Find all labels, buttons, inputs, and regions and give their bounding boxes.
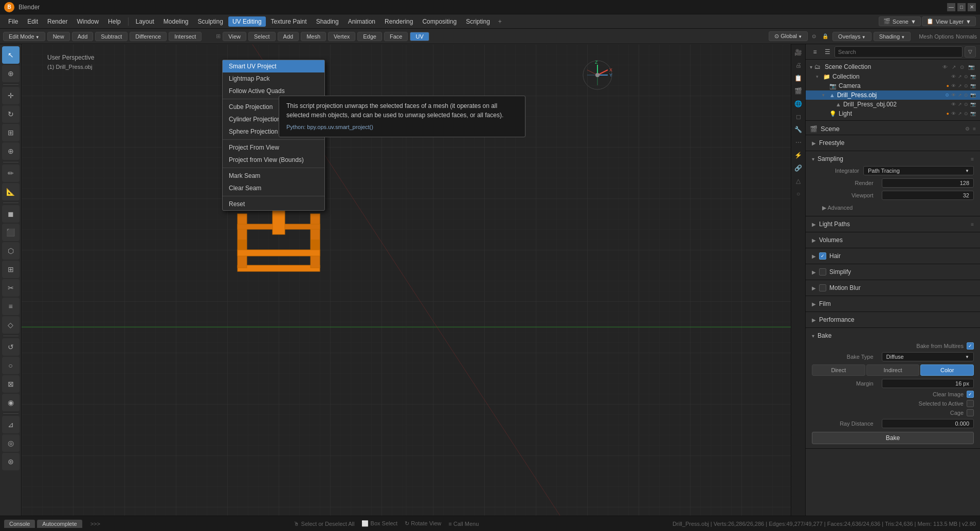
overlays-dropdown[interactable]: Overlays: [832, 32, 872, 41]
edit-mode-dropdown[interactable]: Edit Mode: [3, 32, 45, 41]
sampling-menu-btn[interactable]: ≡: [971, 156, 974, 162]
poly-build-tool[interactable]: ◇: [2, 316, 20, 334]
console-tab[interactable]: Console: [4, 520, 35, 528]
outliner-filter[interactable]: ▽: [965, 46, 976, 58]
data-props-icon[interactable]: △: [792, 175, 805, 187]
close-button[interactable]: ✕: [968, 3, 976, 11]
spin-tool[interactable]: ↺: [2, 338, 20, 356]
bisect-tool[interactable]: ≡: [2, 298, 20, 315]
mark-seam-item[interactable]: Mark Seam: [223, 170, 324, 182]
drill-press-item[interactable]: ▾ ▲ Drill_Press.obj ⚙ 👁 ↗ ⊙ 📷: [806, 90, 980, 100]
shrink-tool[interactable]: ◉: [2, 394, 20, 411]
measure-tool[interactable]: 📐: [2, 183, 20, 200]
hide-btn[interactable]: ⊙: [958, 64, 966, 70]
transform-tool[interactable]: ⊕: [2, 142, 20, 160]
edge-menu-btn[interactable]: Edge: [357, 32, 382, 41]
cursor-tool[interactable]: ⊕: [2, 65, 20, 82]
new-button[interactable]: New: [47, 32, 70, 41]
constraints-props-icon[interactable]: 🔗: [792, 162, 805, 174]
menu-edit[interactable]: Edit: [23, 16, 42, 27]
motion-blur-checkbox[interactable]: [819, 284, 826, 291]
shear-tool[interactable]: ⊿: [2, 416, 20, 433]
outliner-display-mode[interactable]: ☰: [822, 47, 832, 57]
uv-menu-btn[interactable]: UV: [410, 32, 429, 41]
intersect-button[interactable]: Intersect: [169, 32, 202, 41]
direct-mode-btn[interactable]: Direct: [812, 364, 865, 376]
subtract-button[interactable]: Subtract: [95, 32, 128, 41]
menu-file[interactable]: File: [4, 16, 22, 27]
advanced-toggle[interactable]: ▶ Advanced: [818, 205, 852, 211]
integrator-dropdown[interactable]: Path Tracing: [863, 166, 974, 175]
viewport-3d[interactable]: User Perspective (1) Drill_Press.obj X Y…: [22, 44, 791, 516]
light-paths-header[interactable]: ▶ Light Paths ≡: [806, 218, 980, 230]
scene-props-icon[interactable]: 🎬: [792, 85, 805, 97]
smart-uv-project-item[interactable]: Smart UV Project: [223, 60, 324, 72]
color-mode-btn[interactable]: Color: [920, 364, 974, 376]
output-props-icon[interactable]: 🖨: [792, 59, 805, 71]
tab-scripting[interactable]: Scripting: [462, 16, 494, 27]
render-props-icon[interactable]: 🎥: [792, 46, 805, 59]
camera-item[interactable]: 📷 Camera ● 👁 ↗ ⊙ 📷: [806, 81, 980, 90]
scene-settings-btn[interactable]: ⚙: [965, 126, 970, 132]
minimize-button[interactable]: —: [947, 3, 955, 11]
material-props-icon[interactable]: ○: [792, 188, 805, 200]
edge-slide-tool[interactable]: ⊠: [2, 375, 20, 393]
vertex-menu-btn[interactable]: Vertex: [328, 32, 355, 41]
ray-distance-value[interactable]: 0.000: [882, 419, 974, 428]
lightmap-pack-item[interactable]: Lightmap Pack: [223, 72, 324, 85]
disable-render-btn[interactable]: 📷: [967, 64, 976, 70]
shading-dropdown[interactable]: Shading: [874, 32, 911, 41]
freestyle-header[interactable]: ▶ Freestyle: [806, 137, 980, 149]
scene-list-btn[interactable]: ≡: [973, 126, 976, 132]
knife-tool[interactable]: ✂: [2, 279, 20, 297]
view-layer-selector[interactable]: 📋View Layer▼: [922, 16, 976, 26]
indirect-mode-btn[interactable]: Indirect: [866, 364, 920, 376]
extrude-tool[interactable]: ◼: [2, 205, 20, 223]
outliner-toggle[interactable]: ≡: [810, 47, 820, 57]
toggle-n-panel[interactable]: ⊞: [216, 33, 221, 40]
scale-tool[interactable]: ⊞: [2, 124, 20, 141]
hair-checkbox[interactable]: ✓: [819, 252, 826, 260]
object-props-icon[interactable]: ◻: [792, 111, 805, 123]
mesh-menu-btn[interactable]: Mesh: [301, 32, 326, 41]
add-workspace-button[interactable]: +: [495, 16, 505, 27]
selected-to-active-checkbox[interactable]: [967, 400, 974, 407]
light-item[interactable]: 💡 Light ● 👁 ↗ ⊙ 📷: [806, 109, 980, 118]
add-menu-btn[interactable]: Add: [278, 32, 299, 41]
film-header[interactable]: ▶ Film: [806, 298, 980, 309]
hair-header[interactable]: ▶ ✓ Hair: [806, 250, 980, 262]
cage-checkbox[interactable]: [967, 409, 974, 416]
menu-window[interactable]: Window: [72, 16, 103, 27]
simplify-header[interactable]: ▶ Simplify: [806, 266, 980, 278]
bake-from-multires-checkbox[interactable]: ✓: [967, 342, 974, 350]
add-button[interactable]: Add: [72, 32, 94, 41]
light-paths-menu-btn[interactable]: ≡: [971, 222, 974, 227]
tab-compositing[interactable]: Compositing: [418, 16, 461, 27]
project-from-view-item[interactable]: Project From View: [223, 141, 324, 154]
physics-props-icon[interactable]: ⚡: [792, 149, 805, 161]
maximize-button[interactable]: □: [957, 3, 966, 11]
clear-image-checkbox[interactable]: ✓: [967, 391, 974, 398]
proportional-editing-btn[interactable]: ⊙: [810, 32, 818, 40]
view-layer-props-icon[interactable]: 📋: [792, 72, 805, 84]
view-menu-btn[interactable]: View: [223, 32, 246, 41]
tab-layout[interactable]: Layout: [132, 16, 158, 27]
project-from-view-bounds-item[interactable]: Project from View (Bounds): [223, 154, 324, 166]
exclude-btn[interactable]: 👁: [941, 64, 949, 70]
annotate-tool[interactable]: ✏: [2, 164, 20, 182]
bake-button[interactable]: Bake: [812, 432, 974, 444]
face-menu-btn[interactable]: Face: [384, 32, 408, 41]
sampling-header[interactable]: ▾ Sampling ≡: [806, 153, 980, 164]
clear-seam-item[interactable]: Clear Seam: [223, 182, 324, 194]
collection-item[interactable]: ▾ 📁 Collection 👁 ↗ ⊙ 📷: [806, 72, 980, 81]
autocomplete-tab[interactable]: Autocomplete: [37, 520, 82, 528]
tab-uv-editing[interactable]: UV Editing: [228, 16, 266, 27]
inset-tool[interactable]: ⬛: [2, 224, 20, 241]
menu-render[interactable]: Render: [43, 16, 71, 27]
menu-help[interactable]: Help: [104, 16, 125, 27]
smooth-tool[interactable]: ○: [2, 357, 20, 374]
rotate-tool[interactable]: ↻: [2, 105, 20, 123]
select-btn[interactable]: ↗: [950, 64, 957, 70]
tab-shading[interactable]: Shading: [312, 16, 343, 27]
move-tool[interactable]: ✛: [2, 87, 20, 104]
